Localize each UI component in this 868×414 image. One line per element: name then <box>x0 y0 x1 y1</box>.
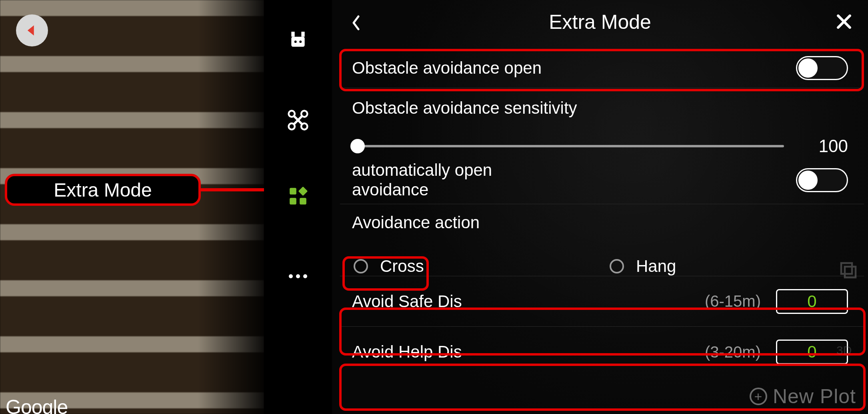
avoidance-action-label: Avoidance action <box>352 213 480 249</box>
sidebar-drone-button[interactable] <box>264 104 332 136</box>
annotation-connector <box>200 188 268 191</box>
annotation-label: Extra Mode <box>5 174 201 206</box>
avoid-safe-value: 0 <box>807 292 816 311</box>
avoid-help-value: 0 <box>807 342 816 362</box>
avoid-help-label: Avoid Help Dis <box>352 342 705 362</box>
svg-point-3 <box>294 40 297 43</box>
sidebar <box>264 0 332 414</box>
auto-open-label: automatically open avoidance <box>352 161 560 199</box>
map-layers-button[interactable] <box>834 256 862 284</box>
sensitivity-value: 100 <box>808 136 848 156</box>
sidebar-more-button[interactable] <box>264 260 332 292</box>
header-back-button[interactable] <box>348 13 364 33</box>
svg-point-4 <box>299 40 302 43</box>
auto-open-toggle[interactable] <box>796 168 848 192</box>
header-close-button[interactable] <box>832 10 856 34</box>
chevron-left-icon <box>351 15 361 31</box>
header-title: Extra Mode <box>549 10 651 34</box>
settings-body: Obstacle avoidance open Obstacle avoidan… <box>340 48 864 414</box>
row-avoidance-action: Avoidance action Cross Hang <box>340 204 864 276</box>
slider-thumb[interactable] <box>350 139 365 153</box>
avoid-safe-label: Avoid Safe Dis <box>352 292 705 311</box>
svg-point-13 <box>289 274 293 278</box>
svg-rect-17 <box>845 267 856 277</box>
app-root: Google Extra Mode <box>0 0 868 414</box>
radio-icon <box>354 259 368 273</box>
svg-rect-9 <box>290 188 296 195</box>
more-icon <box>288 273 308 279</box>
extra-mode-icon <box>288 186 308 206</box>
new-plot-button[interactable]: + New Plot <box>750 385 856 408</box>
sensitivity-slider[interactable] <box>352 145 784 147</box>
map-3d-button[interactable]: 3D <box>834 336 862 364</box>
sidebar-rc-button[interactable] <box>264 24 332 56</box>
row-obstacle-open: Obstacle avoidance open <box>340 48 864 88</box>
plus-icon: + <box>750 388 767 405</box>
svg-rect-0 <box>291 37 304 47</box>
avoid-safe-hint: (6-15m) <box>705 292 761 310</box>
close-icon <box>835 13 853 30</box>
svg-point-14 <box>296 274 300 278</box>
cube-3d-icon: 3D <box>836 342 860 358</box>
sensitivity-label: Obstacle avoidance sensitivity <box>352 98 848 128</box>
radio-cross-label: Cross <box>380 257 424 276</box>
radio-option-cross[interactable]: Cross <box>354 257 610 276</box>
toggle-knob <box>798 171 818 190</box>
radio-option-hang[interactable]: Hang <box>610 257 676 276</box>
svg-rect-12 <box>298 187 308 196</box>
arrow-left-icon <box>24 23 40 38</box>
row-sensitivity: Obstacle avoidance sensitivity 100 <box>340 88 864 156</box>
toggle-knob <box>798 58 818 78</box>
svg-rect-2 <box>301 32 304 37</box>
radio-hang-label: Hang <box>636 257 676 276</box>
new-plot-label: New Plot <box>773 385 856 408</box>
layers-icon <box>838 259 859 281</box>
map-back-button[interactable] <box>16 14 48 46</box>
map-background <box>0 0 264 414</box>
svg-rect-10 <box>290 198 296 205</box>
row-auto-open: automatically open avoidance <box>340 156 864 204</box>
settings-header: Extra Mode <box>332 0 868 44</box>
google-watermark: Google <box>6 396 68 414</box>
row-avoid-safe: Avoid Safe Dis (6-15m) 0 <box>340 276 864 327</box>
avoid-safe-input[interactable]: 0 <box>776 289 848 314</box>
obstacle-open-toggle[interactable] <box>796 56 848 80</box>
svg-rect-11 <box>300 198 306 205</box>
radio-icon <box>610 259 624 273</box>
obstacle-open-label: Obstacle avoidance open <box>352 58 796 78</box>
sidebar-extra-mode-button[interactable] <box>264 180 332 212</box>
remote-controller-icon <box>288 30 308 50</box>
avoid-help-hint: (3-20m) <box>705 343 761 361</box>
svg-text:3D: 3D <box>836 344 852 357</box>
svg-rect-16 <box>841 263 852 274</box>
svg-rect-1 <box>291 32 294 37</box>
row-avoid-help: Avoid Help Dis (3-20m) 0 <box>340 327 864 377</box>
drone-icon <box>287 109 309 131</box>
svg-point-15 <box>303 274 307 278</box>
